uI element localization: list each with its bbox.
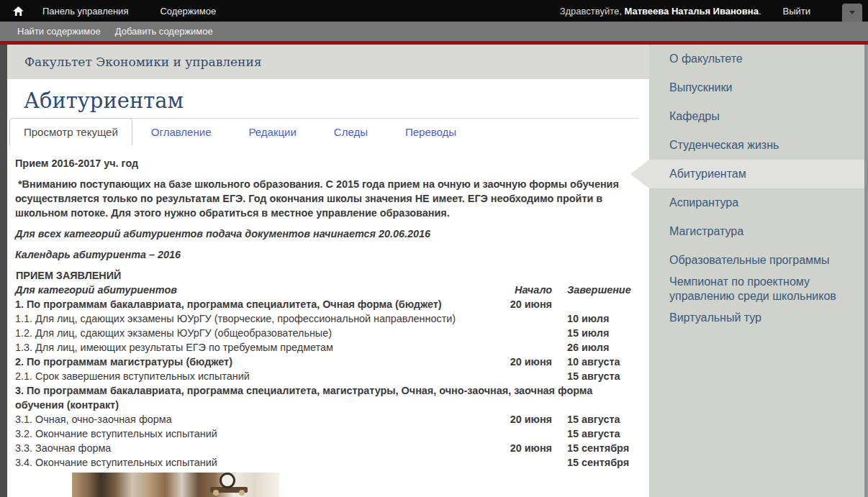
sidebar-item-departments[interactable]: Кафедры xyxy=(649,102,864,131)
sidebar-item-student-life[interactable]: Студенческая жизнь xyxy=(649,131,864,160)
row-start-date: 20 июня xyxy=(496,355,552,369)
row-label: 3.1. Очная, очно-заочная форма xyxy=(15,412,496,427)
table-section-title: ПРИЕМ ЗАЯВЛЕНИЙ xyxy=(16,268,638,283)
table-row: 3.1. Очная, очно-заочная форма20 июня15 … xyxy=(15,412,638,427)
table-row: 3.4. Окончание вступительных испытаний15… xyxy=(15,455,638,470)
document-text: Прием 2016-2017 уч. год *Вниманию поступ… xyxy=(15,156,638,497)
logout-link[interactable]: Выйти xyxy=(783,6,811,17)
row-label: 3. По программам бакалавриата, программа… xyxy=(15,383,638,412)
paragraph: Прием 2016-2017 уч. год xyxy=(15,156,638,170)
row-start-date xyxy=(496,340,552,355)
greeting-prefix: Здравствуйте, xyxy=(560,6,625,17)
photo-detail xyxy=(239,490,245,496)
section-sidebar: О факультетеВыпускникиКафедрыСтуденческа… xyxy=(649,45,864,497)
row-start-date: 20 июня xyxy=(496,441,552,455)
row-end-date: 10 августа xyxy=(552,355,643,369)
tab-translations[interactable]: Переводы xyxy=(386,119,475,145)
row-start-date xyxy=(496,326,552,340)
site-title[interactable]: Факультет Экономики и управления xyxy=(24,55,261,69)
sidebar-item-abiturients[interactable]: Абитуриентам xyxy=(649,160,864,188)
topbar-link-control-panel[interactable]: Панель управления xyxy=(42,6,128,17)
row-start-date xyxy=(496,455,552,470)
topbar-nav: Панель управленияСодержимое xyxy=(42,6,248,17)
content-column: Факультет Экономики и управления Абитури… xyxy=(7,45,649,497)
user-name: Матвеева Наталья Ивановна xyxy=(624,6,758,17)
row-end-date xyxy=(552,297,643,311)
row-end-date: 15 сентября xyxy=(552,455,643,470)
content-toolbar: Найти содержимоеДобавить содержимое xyxy=(0,22,868,41)
row-start-date: 20 июня xyxy=(496,297,552,311)
paragraphs: Прием 2016-2017 уч. год *Вниманию поступ… xyxy=(15,156,638,262)
toolbar-link-find-content[interactable]: Найти содержимое xyxy=(17,26,101,37)
row-label: 2.1. Срок завершения вступительных испыт… xyxy=(15,369,496,383)
topbar-link-contents[interactable]: Содержимое xyxy=(160,6,216,17)
table-row: 3.2. Окончание вступительных испытаний15… xyxy=(15,427,638,441)
tab-revisions[interactable]: Редакции xyxy=(230,119,315,145)
table-header-row: Для категорий абитуриентовНачалоЗавершен… xyxy=(15,283,638,297)
sidebar-item-alumni[interactable]: Выпускники xyxy=(649,73,864,102)
row-end-date: 15 августа xyxy=(552,427,643,441)
tab-traces[interactable]: Следы xyxy=(315,119,386,145)
row-label: 3.4. Окончание вступительных испытаний xyxy=(15,455,496,470)
row-start-date xyxy=(496,369,552,383)
left-edge-strip xyxy=(0,45,7,497)
row-end-date: 15 июля xyxy=(552,326,643,340)
admission-table: ПРИЕМ ЗАЯВЛЕНИЙДля категорий абитуриенто… xyxy=(15,268,638,470)
row-label: 3.3. Заочная форма xyxy=(15,441,496,455)
row-label: 3.2. Окончание вступительных испытаний xyxy=(15,427,496,441)
row-end-date: 15 августа xyxy=(552,369,643,383)
paragraph: *Вниманию поступающих на базе школьного … xyxy=(15,177,638,220)
table-row: 1. По программам бакалавриата, программа… xyxy=(15,297,638,311)
home-button[interactable] xyxy=(13,6,24,16)
content-body: Абитуриентам Просмотр текущейОглавлениеР… xyxy=(7,79,649,497)
right-edge-strip xyxy=(864,45,868,497)
column-header-categories: Для категорий абитуриентов xyxy=(15,283,496,297)
paragraph: Для всех категорий абитуриентов подача д… xyxy=(15,227,638,241)
column-header-start: Начало xyxy=(496,283,552,297)
row-label: 2. По программам магистратуры (бюджет) xyxy=(15,355,496,369)
table-row: 1.3. Для лиц, имеющих результаты ЕГЭ по … xyxy=(15,340,638,355)
table-row: 3.3. Заочная форма20 июня15 сентября xyxy=(15,441,638,455)
sidebar-item-masters[interactable]: Магистратура xyxy=(649,217,864,246)
row-label: 1.2. Для лиц, сдающих экзамены ЮУрГУ (об… xyxy=(15,326,496,340)
row-end-date: 26 июля xyxy=(552,340,643,355)
table-row: 2. По программам магистратуры (бюджет)20… xyxy=(15,355,638,369)
table-row: 2.1. Срок завершения вступительных испыт… xyxy=(15,369,638,383)
greeting-suffix: . xyxy=(759,6,761,17)
main-area: Факультет Экономики и управления Абитури… xyxy=(0,45,868,497)
tab-toc[interactable]: Оглавление xyxy=(132,119,230,145)
sidebar-item-about-faculty[interactable]: О факультете xyxy=(649,45,864,73)
table-row: 3. По программам бакалавриата, программа… xyxy=(15,383,638,412)
topbar: Панель управленияСодержимое Здравствуйте… xyxy=(0,0,868,22)
user-greeting: Здравствуйте, Матвеева Наталья Ивановна. xyxy=(560,6,761,17)
row-label: 1.1. Для лиц, сдающих экзамены ЮУрГУ (тв… xyxy=(15,311,496,326)
page-title: Абитуриентам xyxy=(24,88,638,119)
row-start-date xyxy=(496,427,552,441)
chevron-down-icon xyxy=(849,11,855,14)
sidebar-item-virtual-tour[interactable]: Виртуальный тур xyxy=(649,304,864,332)
row-label: 1.3. Для лиц, имеющих результаты ЕГЭ по … xyxy=(15,340,496,355)
table-row: 1.1. Для лиц, сдающих экзамены ЮУрГУ (тв… xyxy=(15,311,638,326)
sidebar-item-edu-programs[interactable]: Образовательные программы xyxy=(649,246,864,275)
sidebar-item-school-championship[interactable]: Чемпионат по проектному управлению среди… xyxy=(649,275,864,304)
row-start-date xyxy=(496,311,552,326)
column-header-end: Завершение xyxy=(552,283,643,297)
row-start-date: 20 июня xyxy=(496,412,552,427)
row-label: 1. По программам бакалавриата, программа… xyxy=(15,297,496,311)
photo-detail xyxy=(213,490,219,496)
photo-clock xyxy=(220,473,235,488)
paragraph: Календарь абитуриента – 2016 xyxy=(15,247,638,262)
row-end-date: 15 августа xyxy=(552,412,643,427)
content-photo xyxy=(72,473,279,497)
row-end-date: 10 июля xyxy=(552,311,643,326)
row-end-date: 15 сентября xyxy=(552,441,643,455)
view-tabs: Просмотр текущейОглавлениеРедакцииСледыП… xyxy=(9,119,649,145)
tab-view-current[interactable]: Просмотр текущей xyxy=(9,118,132,145)
site-header-band: Факультет Экономики и управления xyxy=(7,45,649,79)
table-row: 1.2. Для лиц, сдающих экзамены ЮУрГУ (об… xyxy=(15,326,638,340)
home-icon xyxy=(13,6,24,16)
personal-menu-toggle[interactable] xyxy=(842,4,862,22)
sidebar-item-postgraduate[interactable]: Аспирантура xyxy=(649,188,864,217)
toolbar-link-add-content[interactable]: Добавить содержимое xyxy=(115,26,213,37)
